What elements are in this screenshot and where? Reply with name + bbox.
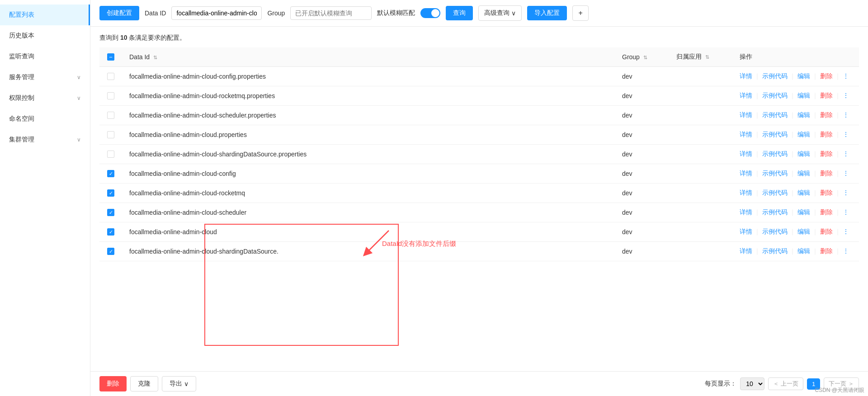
- advanced-query-button[interactable]: 高级查询 ∨: [478, 5, 522, 21]
- delete-button[interactable]: 删除: [99, 376, 127, 391]
- sidebar-item-config-list[interactable]: 配置列表: [0, 5, 90, 25]
- table-row: focallmedia-online-admin-cloud-shardingD…: [99, 242, 859, 261]
- edit-link[interactable]: 编辑: [797, 189, 810, 196]
- table-row: focallmedia-online-admin-cloud.propertie…: [99, 125, 859, 145]
- fuzzy-label: 默认模糊匹配: [377, 9, 415, 17]
- example-code-link[interactable]: 示例代码: [762, 72, 788, 80]
- delete-link[interactable]: 删除: [820, 72, 833, 80]
- delete-link[interactable]: 删除: [820, 228, 833, 235]
- delete-link[interactable]: 删除: [820, 111, 833, 118]
- edit-link[interactable]: 编辑: [797, 150, 810, 157]
- detail-link[interactable]: 详情: [740, 170, 752, 177]
- sidebar-label-auth: 权限控制: [9, 94, 34, 102]
- more-link[interactable]: ⋮: [843, 247, 849, 255]
- detail-link[interactable]: 详情: [740, 111, 752, 118]
- select-all-checkbox[interactable]: [107, 53, 114, 61]
- detail-link[interactable]: 详情: [740, 247, 752, 255]
- row-checkbox[interactable]: [107, 151, 114, 158]
- sort-icon: ⇅: [153, 55, 157, 60]
- clone-button[interactable]: 克隆: [130, 376, 158, 391]
- example-code-link[interactable]: 示例代码: [762, 228, 788, 235]
- delete-link[interactable]: 删除: [820, 247, 833, 255]
- cell-actions: 详情｜示例代码｜编辑｜删除｜⋮: [732, 222, 859, 242]
- edit-link[interactable]: 编辑: [797, 72, 810, 80]
- cell-app: [669, 242, 732, 261]
- edit-link[interactable]: 编辑: [797, 247, 810, 255]
- cell-app: [669, 145, 732, 164]
- row-checkbox[interactable]: [107, 170, 114, 177]
- row-checkbox[interactable]: [107, 92, 114, 99]
- data-id-input[interactable]: [171, 6, 262, 20]
- example-code-link[interactable]: 示例代码: [762, 111, 788, 118]
- detail-link[interactable]: 详情: [740, 208, 752, 216]
- example-code-link[interactable]: 示例代码: [762, 189, 788, 196]
- prev-page-button[interactable]: ＜ 上一页: [768, 377, 803, 390]
- per-page-select[interactable]: 10 20 50: [740, 377, 764, 390]
- sidebar-item-auth-ctrl[interactable]: 权限控制 ∨: [0, 88, 90, 108]
- row-checkbox[interactable]: [107, 112, 114, 119]
- sidebar-item-service-mgmt[interactable]: 服务管理 ∨: [0, 67, 90, 88]
- row-checkbox[interactable]: [107, 209, 114, 216]
- sidebar-item-cluster-mgmt[interactable]: 集群管理 ∨: [0, 129, 90, 150]
- detail-link[interactable]: 详情: [740, 150, 752, 157]
- fuzzy-toggle[interactable]: [420, 8, 440, 18]
- example-code-link[interactable]: 示例代码: [762, 247, 788, 255]
- sidebar-item-history[interactable]: 历史版本: [0, 25, 90, 46]
- import-config-button[interactable]: 导入配置: [527, 6, 567, 20]
- more-link[interactable]: ⋮: [843, 150, 849, 157]
- detail-link[interactable]: 详情: [740, 189, 752, 196]
- delete-link[interactable]: 删除: [820, 208, 833, 216]
- detail-link[interactable]: 详情: [740, 131, 752, 138]
- config-table: Data Id ⇅ Group ⇅ 归属应用 ⇅ 操作 focallmedia-…: [99, 47, 859, 261]
- detail-link[interactable]: 详情: [740, 228, 752, 235]
- export-button[interactable]: 导出 ∨: [162, 376, 196, 391]
- row-checkbox[interactable]: [107, 248, 114, 255]
- more-link[interactable]: ⋮: [843, 72, 849, 80]
- table-body: focallmedia-online-admin-cloud-config.pr…: [99, 67, 859, 261]
- query-button[interactable]: 查询: [446, 6, 473, 20]
- edit-link[interactable]: 编辑: [797, 131, 810, 138]
- delete-link[interactable]: 删除: [820, 189, 833, 196]
- create-config-button[interactable]: 创建配置: [99, 6, 139, 20]
- example-code-link[interactable]: 示例代码: [762, 150, 788, 157]
- plus-button[interactable]: +: [572, 5, 588, 21]
- edit-link[interactable]: 编辑: [797, 170, 810, 177]
- row-checkbox[interactable]: [107, 131, 114, 138]
- example-code-link[interactable]: 示例代码: [762, 92, 788, 99]
- delete-link[interactable]: 删除: [820, 170, 833, 177]
- edit-link[interactable]: 编辑: [797, 208, 810, 216]
- row-checkbox[interactable]: [107, 73, 114, 80]
- chevron-down-icon: ∨: [511, 9, 516, 17]
- more-link[interactable]: ⋮: [843, 170, 849, 177]
- example-code-link[interactable]: 示例代码: [762, 170, 788, 177]
- detail-link[interactable]: 详情: [740, 72, 752, 80]
- more-link[interactable]: ⋮: [843, 208, 849, 216]
- cell-data-id: focallmedia-online-admin-cloud-shardingD…: [122, 145, 615, 164]
- row-checkbox[interactable]: [107, 189, 114, 197]
- edit-link[interactable]: 编辑: [797, 228, 810, 235]
- sidebar-label-history: 历史版本: [9, 32, 34, 40]
- sidebar-item-namespace[interactable]: 命名空间: [0, 108, 90, 129]
- more-link[interactable]: ⋮: [843, 131, 849, 138]
- sidebar-item-listen-query[interactable]: 监听查询: [0, 46, 90, 67]
- more-link[interactable]: ⋮: [843, 189, 849, 196]
- cell-app: [669, 164, 732, 184]
- example-code-link[interactable]: 示例代码: [762, 208, 788, 216]
- cell-actions: 详情｜示例代码｜编辑｜删除｜⋮: [732, 203, 859, 222]
- delete-link[interactable]: 删除: [820, 92, 833, 99]
- more-link[interactable]: ⋮: [843, 228, 849, 235]
- delete-link[interactable]: 删除: [820, 131, 833, 138]
- table-row: focallmedia-online-admin-cloud-configdev…: [99, 164, 859, 184]
- group-input[interactable]: [290, 6, 372, 20]
- row-checkbox[interactable]: [107, 228, 114, 236]
- delete-link[interactable]: 删除: [820, 150, 833, 157]
- edit-link[interactable]: 编辑: [797, 92, 810, 99]
- sidebar: 配置列表 历史版本 监听查询 服务管理 ∨ 权限控制 ∨ 命名空间 集群管理 ∨: [0, 0, 90, 396]
- example-code-link[interactable]: 示例代码: [762, 131, 788, 138]
- more-link[interactable]: ⋮: [843, 111, 849, 118]
- cell-group: dev: [615, 145, 669, 164]
- detail-link[interactable]: 详情: [740, 92, 752, 99]
- cell-actions: 详情｜示例代码｜编辑｜删除｜⋮: [732, 164, 859, 184]
- edit-link[interactable]: 编辑: [797, 111, 810, 118]
- more-link[interactable]: ⋮: [843, 92, 849, 99]
